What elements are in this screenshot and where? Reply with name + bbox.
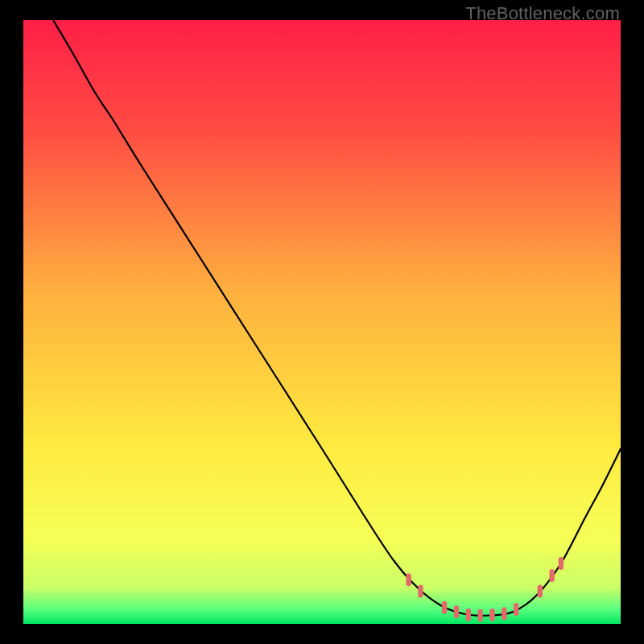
curve-marker [559,557,564,570]
curve-marker [442,601,447,614]
chart-svg [23,20,621,624]
curve-marker [514,603,518,616]
curve-marker [538,585,543,598]
curve-marker [418,585,423,598]
curve-marker [477,609,482,622]
curve-marker [406,573,411,586]
gradient-background [23,20,621,624]
curve-marker [466,609,471,621]
curve-marker [454,605,459,618]
curve-marker [489,609,494,621]
chart-plot-area [23,20,621,624]
curve-marker [502,607,506,620]
curve-marker [549,569,554,582]
